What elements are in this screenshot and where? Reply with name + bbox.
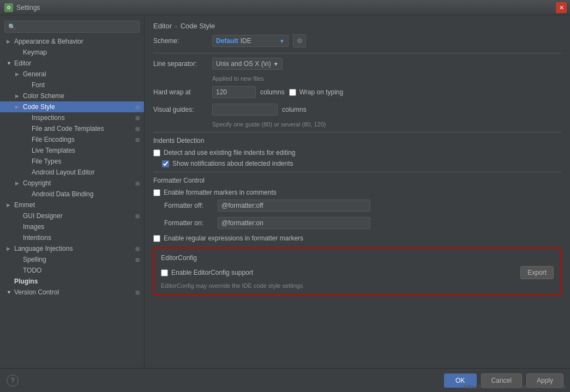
linesep-value: Unix and OS X (\n) <box>216 60 271 68</box>
help-button[interactable]: ? <box>7 375 19 387</box>
arrow-icon: ▶ <box>7 39 13 44</box>
main-container: 🔍 ▶ Appearance & Behavior ▶ Keymap ▼ Edi… <box>0 15 570 368</box>
sidebar-item-label: Keymap <box>23 49 140 56</box>
editorconfig-box: EditorConfig Enable EditorConfig support… <box>153 248 561 295</box>
hardwrap-input[interactable] <box>212 86 256 98</box>
content-body: Scheme: Default IDE ▼ ⚙ Line separator: … <box>145 34 570 368</box>
enable-editorconfig-label: Enable EditorConfig support <box>171 269 253 276</box>
visual-guides-input[interactable] <box>212 104 278 116</box>
sidebar-item-inspections[interactable]: ▶ Inspections ⊞ <box>0 112 144 123</box>
sidebar-item-emmet[interactable]: ▶ Emmet <box>0 200 144 210</box>
indents-title: Indents Detection <box>153 137 561 144</box>
sidebar-item-general[interactable]: ▶ General <box>0 69 144 80</box>
title-bar: ⚙ Settings ✕ <box>0 0 570 15</box>
search-input[interactable] <box>18 23 136 31</box>
copy-icon: ⊞ <box>135 126 140 132</box>
arrow-icon: ▼ <box>7 61 13 66</box>
sidebar-item-keymap[interactable]: ▶ Keymap <box>0 47 144 58</box>
scheme-gear-button[interactable]: ⚙ <box>293 34 306 47</box>
sidebar-item-codestyle[interactable]: ▶ Code Style ⊞ <box>0 101 144 112</box>
sidebar-item-label: Font <box>32 81 140 89</box>
sidebar-item-editor[interactable]: ▼ Editor <box>0 58 144 69</box>
enable-regex-checkbox[interactable] <box>153 235 160 242</box>
visual-guides-label: Visual guides: <box>153 106 208 113</box>
hardwrap-label: Hard wrap at <box>153 88 208 96</box>
close-button[interactable]: ✕ <box>556 2 567 13</box>
scheme-row: Scheme: Default IDE ▼ ⚙ <box>153 34 561 47</box>
sidebar-item-label: Live Templates <box>32 147 140 154</box>
sidebar-item-spelling[interactable]: ▶ Spelling ⊞ <box>0 254 144 265</box>
sidebar-item-label: TODO <box>23 267 140 274</box>
sidebar-item-androiddatabinding[interactable]: ▶ Android Data Binding <box>0 189 144 200</box>
sidebar-item-versioncontrol[interactable]: ▼ Version Control ⊞ <box>0 287 144 298</box>
sidebar-item-font[interactable]: ▶ Font <box>0 80 144 91</box>
enable-regex-label: Enable regular expressions in formatter … <box>164 234 303 242</box>
sidebar-item-label: Images <box>23 223 140 231</box>
sidebar-item-filetypes[interactable]: ▶ File Types <box>0 156 144 167</box>
hardwrap-row: Hard wrap at columns Wrap on typing <box>153 86 561 98</box>
formatter-on-input[interactable] <box>218 217 370 229</box>
sidebar-item-label: Plugins <box>14 278 140 285</box>
copy-icon: ⊞ <box>135 104 140 110</box>
sidebar-item-androidlayout[interactable]: ▶ Android Layout Editor <box>0 167 144 178</box>
detect-indents-checkbox[interactable] <box>153 149 160 156</box>
footer: ? OK Cancel Apply https://blog.csdn.net/… <box>0 368 570 392</box>
breadcrumb-separator: › <box>175 23 177 29</box>
arrow-icon: ▶ <box>15 71 22 77</box>
enable-formatter-label: Enable formatter markers in comments <box>164 189 277 196</box>
divider2 <box>153 132 561 132</box>
formatter-off-label: Formatter off: <box>164 202 213 209</box>
copy-icon: ⊞ <box>135 246 140 252</box>
scheme-value: Default <box>216 37 238 45</box>
sidebar-item-images[interactable]: ▶ Images <box>0 221 144 232</box>
linesep-select[interactable]: Unix and OS X (\n) ▼ <box>212 58 283 70</box>
show-notifications-checkbox[interactable] <box>162 160 169 167</box>
sidebar-item-label: Appearance & Behavior <box>14 38 140 45</box>
sidebar-item-fileencodings[interactable]: ▶ File Encodings ⊞ <box>0 134 144 145</box>
sidebar-item-label: Emmet <box>14 201 140 209</box>
formatter-off-input[interactable] <box>218 200 370 212</box>
watermark: https://blog.csdn.net/weixin_43687353 <box>464 383 566 390</box>
sidebar-item-appearance[interactable]: ▶ Appearance & Behavior <box>0 36 144 47</box>
wrap-on-typing-checkbox[interactable] <box>289 89 296 96</box>
sidebar-item-todo[interactable]: ▶ TODO <box>0 265 144 276</box>
detect-indents-label: Detect and use existing file indents for… <box>164 149 295 156</box>
search-box[interactable]: 🔍 <box>4 21 140 33</box>
sidebar-item-plugins[interactable]: ▶ Plugins <box>0 276 144 287</box>
sidebar-item-intentions[interactable]: ▶ Intentions <box>0 232 144 243</box>
sidebar-item-label: Version Control <box>14 288 133 296</box>
footer-left: ? <box>7 375 19 387</box>
sidebar-item-label: File and Code Templates <box>32 125 133 132</box>
export-button[interactable]: Export <box>520 266 554 279</box>
sidebar-item-label: GUI Designer <box>23 212 133 220</box>
sidebar-item-label: Android Layout Editor <box>32 168 140 176</box>
sidebar-item-languageinjections[interactable]: ▶ Language Injections ⊞ <box>0 243 144 254</box>
breadcrumb-current: Code Style <box>181 22 215 30</box>
visual-guides-columns-label: columns <box>282 106 307 113</box>
sidebar-item-guidesigner[interactable]: ▶ GUI Designer ⊞ <box>0 210 144 221</box>
linesep-row: Line separator: Unix and OS X (\n) ▼ <box>153 58 561 70</box>
enable-editorconfig-row: Enable EditorConfig support <box>161 269 253 276</box>
copy-icon: ⊞ <box>135 180 140 186</box>
sidebar-item-label: Color Scheme <box>23 92 140 100</box>
arrow-icon: ▼ <box>7 290 13 295</box>
enable-formatter-row: Enable formatter markers in comments <box>153 189 561 196</box>
sidebar: 🔍 ▶ Appearance & Behavior ▶ Keymap ▼ Edi… <box>0 15 145 368</box>
enable-editorconfig-checkbox[interactable] <box>161 269 168 276</box>
show-notifications-label: Show notifications about detected indent… <box>172 160 293 167</box>
formatter-on-label: Formatter on: <box>164 219 213 227</box>
editorconfig-row: Enable EditorConfig support Export <box>161 266 554 279</box>
linesep-hint: Applied to new files <box>212 75 561 82</box>
sidebar-item-colorscheme[interactable]: ▶ Color Scheme <box>0 91 144 101</box>
sidebar-item-copyright[interactable]: ▶ Copyright ⊞ <box>0 178 144 189</box>
sidebar-item-fileandcodetemplates[interactable]: ▶ File and Code Templates ⊞ <box>0 123 144 134</box>
arrow-icon: ▶ <box>7 246 13 251</box>
visual-guides-row: Visual guides: columns <box>153 104 561 116</box>
divider <box>153 53 561 53</box>
enable-formatter-checkbox[interactable] <box>153 189 160 196</box>
arrow-icon: ▶ <box>15 104 22 110</box>
sidebar-item-livetemplates[interactable]: ▶ Live Templates <box>0 145 144 156</box>
scheme-label: Scheme: <box>153 37 208 45</box>
scheme-select[interactable]: Default IDE ▼ <box>212 35 289 47</box>
enable-regex-row: Enable regular expressions in formatter … <box>153 234 561 242</box>
